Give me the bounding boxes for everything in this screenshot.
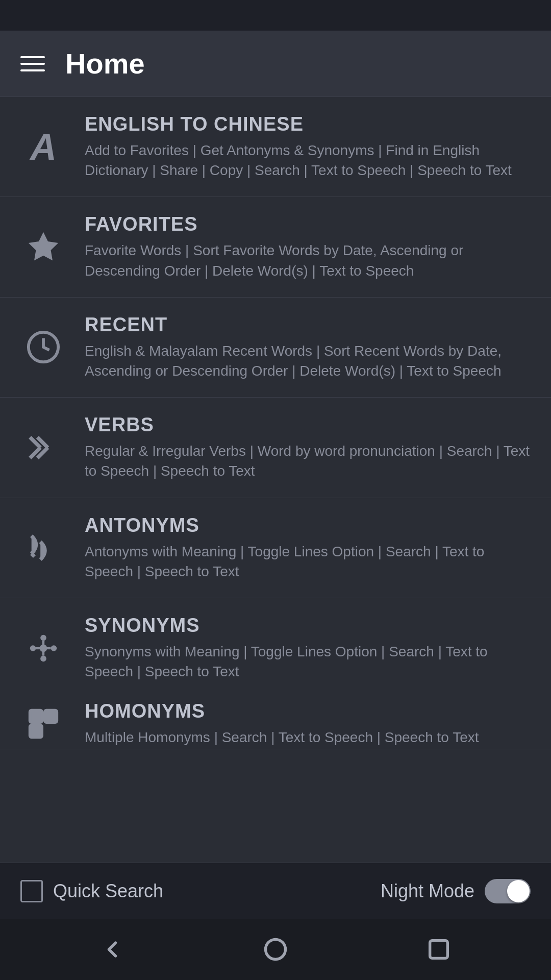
svg-point-8 xyxy=(40,634,46,641)
antonyms-desc: Antonyms with Meaning | Toggle Lines Opt… xyxy=(85,542,531,581)
menu-item-recent[interactable]: RECENT English & Malayalam Recent Words … xyxy=(0,298,551,398)
synonyms-desc: Synonyms with Meaning | Toggle Lines Opt… xyxy=(85,642,531,681)
night-mode-toggle[interactable] xyxy=(485,879,531,903)
app-title: Home xyxy=(65,47,145,80)
english-to-chinese-desc: Add to Favorites | Get Antonyms & Synony… xyxy=(85,140,531,180)
english-to-chinese-icon: A xyxy=(20,124,66,170)
menu-item-favorites[interactable]: FAVORITES Favorite Words | Sort Favorite… xyxy=(0,197,551,297)
menu-button[interactable] xyxy=(20,56,45,71)
back-button[interactable] xyxy=(94,932,130,967)
bottom-bar: Quick Search Night Mode xyxy=(0,863,551,919)
antonyms-icon xyxy=(20,525,66,571)
svg-point-5 xyxy=(40,644,47,652)
svg-rect-15 xyxy=(45,710,57,722)
verbs-icon xyxy=(20,425,66,471)
homonyms-icon xyxy=(20,701,66,747)
verbs-desc: Regular & Irregular Verbs | Word by word… xyxy=(85,441,531,481)
svg-point-6 xyxy=(30,645,36,651)
synonyms-icon xyxy=(20,625,66,671)
menu-item-homonyms[interactable]: HOMONYMS Multiple Homonyms | Search | Te… xyxy=(0,698,551,749)
favorites-title: FAVORITES xyxy=(85,213,531,235)
homonyms-desc: Multiple Homonyms | Search | Text to Spe… xyxy=(85,727,531,747)
verbs-title: VERBS xyxy=(85,414,531,436)
menu-item-english-to-chinese[interactable]: A ENGLISH TO CHINESE Add to Favorites | … xyxy=(0,97,551,197)
english-to-chinese-title: ENGLISH TO CHINESE xyxy=(85,113,531,135)
quick-search-label: Quick Search xyxy=(53,880,163,902)
recent-desc: English & Malayalam Recent Words | Sort … xyxy=(85,341,531,381)
favorites-icon xyxy=(20,224,66,270)
nav-bar xyxy=(0,919,551,980)
homonyms-title: HOMONYMS xyxy=(85,700,531,722)
recent-icon xyxy=(20,324,66,370)
svg-point-17 xyxy=(266,940,286,960)
menu-item-antonyms[interactable]: ANTONYMS Antonyms with Meaning | Toggle … xyxy=(0,498,551,598)
svg-rect-18 xyxy=(430,941,448,959)
svg-point-9 xyxy=(40,655,46,662)
svg-rect-14 xyxy=(30,710,42,722)
svg-point-7 xyxy=(51,645,57,651)
app-bar: Home xyxy=(0,31,551,97)
svg-rect-16 xyxy=(30,725,42,737)
home-button[interactable] xyxy=(258,932,293,967)
favorites-desc: Favorite Words | Sort Favorite Words by … xyxy=(85,240,531,280)
menu-list: A ENGLISH TO CHINESE Add to Favorites | … xyxy=(0,97,551,863)
quick-search-section[interactable]: Quick Search xyxy=(20,880,163,902)
night-mode-section[interactable]: Night Mode xyxy=(381,879,531,903)
recent-title: RECENT xyxy=(85,314,531,336)
quick-search-checkbox[interactable] xyxy=(20,880,43,902)
menu-item-synonyms[interactable]: SYNONYMS Synonyms with Meaning | Toggle … xyxy=(0,598,551,698)
antonyms-title: ANTONYMS xyxy=(85,514,531,536)
recents-button[interactable] xyxy=(421,932,457,967)
night-mode-label: Night Mode xyxy=(381,880,474,902)
toggle-thumb xyxy=(507,880,530,902)
menu-item-verbs[interactable]: VERBS Regular & Irregular Verbs | Word b… xyxy=(0,398,551,498)
status-bar xyxy=(0,0,551,31)
synonyms-title: SYNONYMS xyxy=(85,615,531,636)
